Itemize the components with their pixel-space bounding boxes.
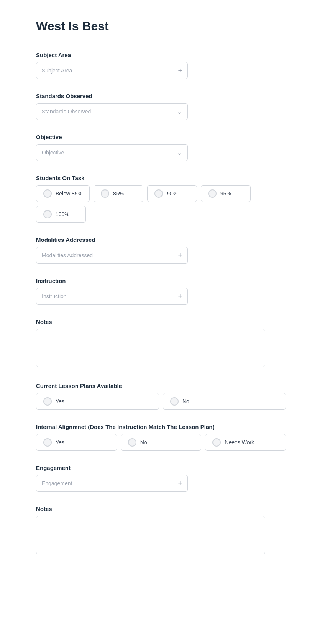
radio-circle-85 — [101, 189, 109, 198]
radio-circle-below-85 — [43, 189, 52, 198]
radio-label-below-85: Below 85% — [56, 191, 82, 197]
lesson-plans-label: Current Lesson Plans Available — [36, 383, 286, 389]
subject-area-section: Subject Area Subject Area + — [36, 52, 286, 79]
radio-label-95: 95% — [220, 191, 231, 197]
lesson-plans-group: Yes No — [36, 393, 286, 410]
page-title: West Is Best — [36, 19, 286, 33]
radio-circle-lesson-yes — [43, 397, 52, 406]
standards-chevron-icon: ⌄ — [177, 108, 182, 115]
engagement-add-icon: + — [178, 480, 182, 488]
objective-chevron-icon: ⌄ — [177, 149, 182, 156]
radio-circle-90 — [154, 189, 163, 198]
standards-observed-dropdown[interactable]: Standards Observed ⌄ — [36, 103, 188, 120]
modalities-addressed-dropdown[interactable]: Modalities Addressed + — [36, 247, 188, 264]
radio-label-85: 85% — [113, 191, 124, 197]
radio-85[interactable]: 85% — [94, 185, 143, 202]
radio-circle-alignment-no — [128, 438, 136, 447]
students-on-task-group: Below 85% 85% 90% 95% 100% — [36, 185, 286, 223]
radio-label-lesson-no: No — [182, 398, 189, 404]
modalities-addressed-section: Modalities Addressed Modalities Addresse… — [36, 237, 286, 264]
engagement-dropdown[interactable]: Engagement + — [36, 475, 188, 492]
internal-alignment-label: Internal Alignmnet (Does The Instruction… — [36, 424, 286, 430]
radio-lesson-yes[interactable]: Yes — [36, 393, 159, 410]
subject-area-label: Subject Area — [36, 52, 286, 58]
radio-90[interactable]: 90% — [147, 185, 197, 202]
notes-1-label: Notes — [36, 319, 286, 325]
radio-circle-100 — [43, 210, 52, 219]
objective-label: Objective — [36, 134, 286, 140]
subject-area-add-icon: + — [178, 67, 182, 75]
notes-2-section: Notes — [36, 506, 286, 556]
lesson-plans-section: Current Lesson Plans Available Yes No — [36, 383, 286, 410]
radio-label-alignment-needs-work: Needs Work — [225, 439, 254, 445]
radio-circle-alignment-yes — [43, 438, 52, 447]
standards-observed-section: Standards Observed Standards Observed ⌄ — [36, 93, 286, 120]
subject-area-dropdown[interactable]: Subject Area + — [36, 62, 188, 79]
radio-100[interactable]: 100% — [36, 206, 86, 223]
radio-label-lesson-yes: Yes — [56, 398, 64, 404]
instruction-dropdown[interactable]: Instruction + — [36, 288, 188, 305]
notes-2-textarea[interactable] — [36, 516, 265, 554]
modalities-add-icon: + — [178, 251, 182, 260]
radio-alignment-yes[interactable]: Yes — [36, 434, 117, 451]
engagement-placeholder: Engagement — [42, 480, 72, 486]
radio-label-alignment-yes: Yes — [56, 439, 64, 445]
engagement-section: Engagement Engagement + — [36, 465, 286, 492]
subject-area-placeholder: Subject Area — [42, 67, 72, 74]
objective-dropdown[interactable]: Objective ⌄ — [36, 144, 188, 161]
modalities-addressed-placeholder: Modalities Addressed — [42, 252, 93, 258]
radio-label-90: 90% — [167, 191, 177, 197]
internal-alignment-section: Internal Alignmnet (Does The Instruction… — [36, 424, 286, 451]
objective-placeholder: Objective — [42, 150, 64, 156]
radio-lesson-no[interactable]: No — [163, 393, 286, 410]
radio-circle-alignment-needs-work — [212, 438, 221, 447]
students-on-task-section: Students On Task Below 85% 85% 90% 95% 1… — [36, 175, 286, 223]
radio-95[interactable]: 95% — [201, 185, 251, 202]
radio-alignment-needs-work[interactable]: Needs Work — [205, 434, 286, 451]
objective-section: Objective Objective ⌄ — [36, 134, 286, 161]
notes-1-textarea[interactable] — [36, 329, 265, 367]
radio-label-alignment-no: No — [140, 439, 147, 445]
radio-label-100: 100% — [56, 211, 69, 217]
radio-alignment-no[interactable]: No — [121, 434, 202, 451]
instruction-placeholder: Instruction — [42, 293, 67, 299]
instruction-label: Instruction — [36, 278, 286, 284]
alignment-group: Yes No Needs Work — [36, 434, 286, 451]
modalities-addressed-label: Modalities Addressed — [36, 237, 286, 243]
radio-below-85[interactable]: Below 85% — [36, 185, 90, 202]
notes-2-label: Notes — [36, 506, 286, 512]
standards-observed-placeholder: Standards Observed — [42, 108, 91, 115]
students-on-task-label: Students On Task — [36, 175, 286, 181]
instruction-add-icon: + — [178, 292, 182, 301]
standards-observed-label: Standards Observed — [36, 93, 286, 99]
notes-1-section: Notes — [36, 319, 286, 369]
radio-circle-95 — [208, 189, 217, 198]
engagement-label: Engagement — [36, 465, 286, 471]
instruction-section: Instruction Instruction + — [36, 278, 286, 305]
radio-circle-lesson-no — [170, 397, 179, 406]
